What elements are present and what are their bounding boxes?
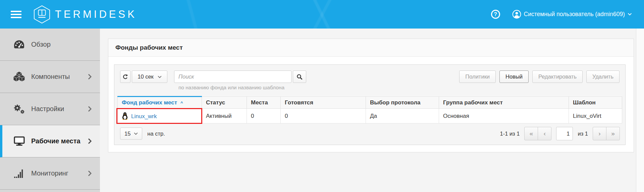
page-of-label: из 1: [578, 131, 588, 137]
brand-name: TERMIDESK: [55, 8, 137, 20]
help-glyph: ?: [494, 11, 497, 17]
per-page-label: на стр.: [147, 131, 165, 137]
sidebar-item-label: Мониторинг: [31, 170, 88, 177]
search-icon: [297, 74, 303, 80]
sidebar-item-overview[interactable]: Обзор: [0, 29, 100, 61]
components-icon: [13, 71, 25, 82]
help-icon[interactable]: ?: [491, 10, 500, 19]
app-header: TERMIDESK ? Системный пользователь (admi…: [0, 0, 644, 29]
chevron-right-icon: [88, 170, 92, 177]
range-label: 1-1 из 1: [500, 131, 520, 137]
sidebar-item-label: Рабочие места: [31, 137, 88, 145]
workplaces-icon: [13, 136, 25, 146]
brand-hexagon-icon: [34, 5, 50, 24]
brand-logo: TERMIDESK: [34, 5, 137, 24]
chevron-down-icon: [628, 13, 632, 16]
monitoring-icon: [13, 169, 25, 178]
scrollbar-track[interactable]: [636, 29, 644, 192]
column-header-pool[interactable]: Фонд рабочих мест^: [118, 97, 202, 109]
page-size-select[interactable]: 15: [120, 128, 142, 140]
policies-button[interactable]: Политики: [459, 70, 496, 83]
column-header-protocol[interactable]: Выбор протокола: [366, 97, 439, 109]
last-page-button[interactable]: »: [606, 127, 620, 140]
prev-page-button[interactable]: ‹: [538, 127, 551, 140]
pagination: 1-1 из 1 « ‹ из 1 › »: [500, 127, 620, 140]
linux-penguin-icon: [122, 112, 128, 120]
search-hint: по названию фонда или названию шаблона: [173, 85, 290, 91]
sidebar-item-label: Компоненты: [31, 73, 88, 81]
status-cell: Активный: [202, 109, 247, 124]
preparing-cell: 0: [281, 109, 366, 124]
sidebar-item-label: Обзор: [31, 41, 92, 48]
refresh-button[interactable]: [120, 70, 130, 83]
refresh-icon: [122, 74, 128, 80]
next-page-button[interactable]: ›: [593, 127, 606, 140]
table-row[interactable]: Linux_wrk Активный 0 0 Да Основная Linux…: [118, 109, 622, 124]
search-input[interactable]: [174, 70, 291, 83]
column-header-preparing[interactable]: Готовятся: [281, 97, 366, 109]
pool-name-cell[interactable]: Linux_wrk: [118, 109, 202, 124]
search-button[interactable]: [293, 70, 306, 83]
pool-link[interactable]: Linux_wrk: [131, 113, 157, 119]
refresh-interval-value: 10 сек: [138, 74, 154, 80]
user-avatar-icon: [512, 10, 521, 19]
sidebar-item-label: Настройки: [31, 105, 88, 113]
sidebar-item-monitoring[interactable]: Мониторинг: [0, 157, 100, 190]
chevron-down-icon: [134, 132, 138, 135]
page-number-input[interactable]: [556, 127, 573, 140]
dashboard-icon: [13, 40, 25, 49]
sort-asc-icon: ^: [180, 100, 183, 105]
column-header-group[interactable]: Группа рабочих мест: [439, 97, 569, 109]
page-size-value: 15: [124, 131, 130, 137]
chevron-right-icon: [88, 74, 92, 80]
first-page-button[interactable]: «: [524, 127, 538, 140]
sidebar-item-workplaces[interactable]: Рабочие места: [0, 125, 100, 157]
delete-button[interactable]: Удалить: [586, 70, 620, 83]
chevron-right-icon: [88, 138, 92, 144]
user-menu[interactable]: Системный пользователь (admin609): [512, 10, 632, 19]
chevron-down-icon: [158, 76, 162, 78]
chevron-right-icon: [88, 106, 92, 112]
annotation-highlight-box: [116, 108, 202, 124]
sidebar-item-components[interactable]: Компоненты: [0, 61, 100, 93]
new-button[interactable]: Новый: [499, 70, 529, 83]
column-header-template[interactable]: Шаблон: [569, 97, 622, 109]
group-cell: Основная: [439, 109, 569, 124]
menu-toggle-icon[interactable]: [11, 9, 21, 20]
sidebar: Обзор Компоненты: [0, 29, 100, 192]
seats-cell: 0: [247, 109, 281, 124]
edit-button[interactable]: Редактировать: [532, 70, 583, 83]
template-cell: Linux_oVirt: [569, 109, 622, 124]
protocol-cell: Да: [366, 109, 439, 124]
column-header-seats[interactable]: Места: [247, 97, 281, 109]
refresh-interval-select[interactable]: 10 сек: [132, 70, 167, 83]
pools-panel: Фонды рабочих мест 10 сек: [108, 39, 634, 152]
panel-title: Фонды рабочих мест: [108, 39, 634, 57]
pools-table: Фонд рабочих мест^ Статус Места Готовятс…: [117, 96, 622, 124]
settings-icon: [13, 104, 25, 114]
sidebar-item-settings[interactable]: Настройки: [0, 93, 100, 125]
user-name-label: Системный пользователь (admin609): [524, 11, 625, 18]
column-header-status[interactable]: Статус: [202, 97, 247, 109]
pools-filterbox: 10 сек: [114, 64, 626, 145]
